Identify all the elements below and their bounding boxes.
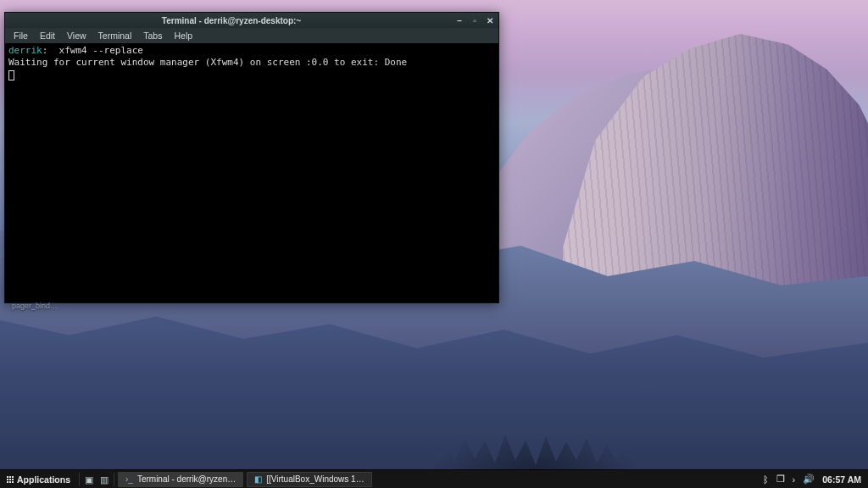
volume-icon[interactable]: 🔊 (803, 474, 815, 485)
maximize-button[interactable]: ▫ (470, 16, 480, 25)
terminal-output[interactable]: derrik: xfwm4 --replace Waiting for curr… (5, 43, 498, 302)
applications-menu-button[interactable]: Applications (0, 470, 77, 488)
panel-clock[interactable]: 06:57 AM (822, 474, 861, 485)
pager-hint-text: pager_bind… (12, 302, 58, 310)
taskbar: ›_ Terminal - derrik@ryzen… ◧ [[VirtualB… (116, 470, 374, 488)
close-button[interactable]: ✕ (485, 16, 495, 25)
window-titlebar[interactable]: Terminal - derrik@ryzen-desktop:~ – ▫ ✕ (5, 13, 498, 28)
launcher-terminal-icon[interactable]: ▣ (81, 472, 97, 487)
network-icon[interactable]: › (793, 474, 796, 485)
terminal-window: Terminal - derrik@ryzen-desktop:~ – ▫ ✕ … (4, 12, 499, 303)
dropbox-icon[interactable]: ❒ (776, 474, 785, 485)
terminal-output-line: Waiting for current window manager (Xfwm… (8, 57, 407, 68)
terminal-cursor (8, 70, 14, 80)
prompt-user: derrik (8, 45, 42, 56)
task-button-terminal[interactable]: ›_ Terminal - derrik@ryzen… (118, 472, 243, 487)
window-title: Terminal - derrik@ryzen-desktop:~ (8, 16, 454, 25)
task-button-virtualbox[interactable]: ◧ [[VirtualBox_Windows 1… (247, 472, 371, 487)
menubar: File Edit View Terminal Tabs Help (5, 28, 498, 43)
menu-tabs[interactable]: Tabs (138, 30, 167, 42)
bottom-panel: Applications ▣ ▥ ›_ Terminal - derrik@ry… (0, 469, 868, 488)
menu-edit[interactable]: Edit (35, 30, 60, 42)
menu-view[interactable]: View (62, 30, 92, 42)
panel-separator (79, 473, 80, 486)
task-label: Terminal - derrik@ryzen… (137, 474, 236, 484)
terminal-icon: ›_ (125, 474, 133, 484)
bluetooth-icon[interactable]: ᛒ (763, 474, 769, 485)
terminal-command: xfwm4 --replace (47, 45, 143, 56)
applications-label: Applications (17, 474, 70, 485)
minimize-button[interactable]: – (454, 16, 465, 25)
task-label: [[VirtualBox_Windows 1… (266, 474, 364, 484)
desktop: Terminal - derrik@ryzen-desktop:~ – ▫ ✕ … (0, 0, 868, 488)
menu-help[interactable]: Help (169, 30, 198, 42)
virtualbox-icon: ◧ (254, 474, 262, 484)
panel-separator (114, 473, 114, 486)
launcher-files-icon[interactable]: ▥ (97, 472, 112, 487)
applications-grid-icon (7, 476, 14, 483)
menu-terminal[interactable]: Terminal (93, 30, 137, 42)
menu-file[interactable]: File (8, 30, 33, 42)
